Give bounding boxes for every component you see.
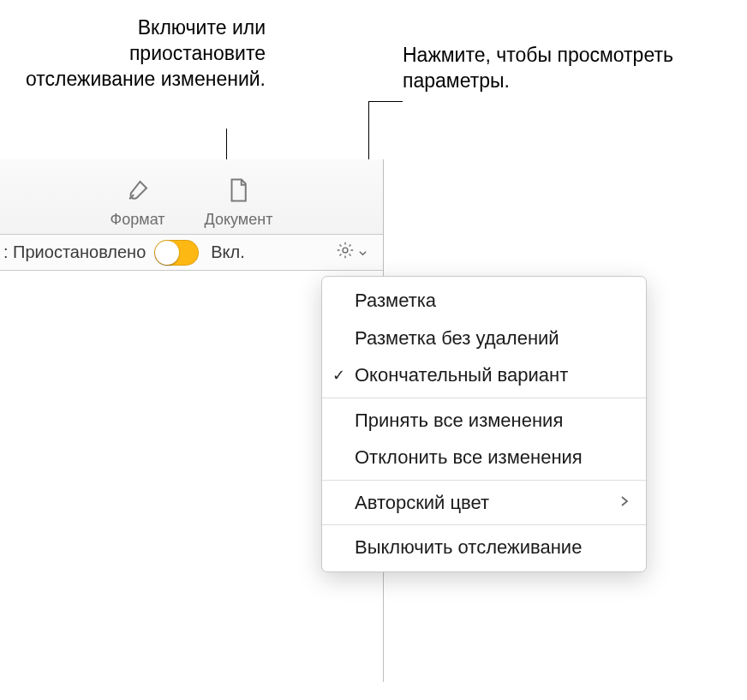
menu-item-label: Выключить отслеживание bbox=[355, 535, 582, 559]
gear-icon bbox=[336, 241, 355, 264]
menu-item-label: Окончательный вариант bbox=[355, 363, 568, 387]
menu-item-turn-off-tracking[interactable]: Выключить отслеживание bbox=[322, 529, 646, 566]
chevron-down-icon bbox=[358, 242, 368, 262]
track-status-label: : Приостановлено bbox=[0, 242, 146, 262]
format-tab[interactable]: Формат bbox=[111, 177, 165, 229]
document-label: Документ bbox=[205, 211, 273, 229]
menu-item-reject-all[interactable]: Отклонить все изменения bbox=[322, 439, 646, 476]
menu-item-final[interactable]: ✓ Окончательный вариант bbox=[322, 356, 646, 394]
inspector-toolbar: Формат Документ bbox=[0, 159, 383, 235]
menu-item-label: Авторский цвет bbox=[355, 491, 489, 515]
callout-options: Нажмите, чтобы просмотреть параметры. bbox=[403, 43, 720, 94]
track-changes-toggle[interactable] bbox=[154, 240, 199, 266]
chevron-right-icon bbox=[620, 493, 629, 512]
callout-track-changes: Включите или приостановите отслеживание … bbox=[0, 15, 266, 93]
menu-item-label: Отклонить все изменения bbox=[355, 446, 583, 470]
menu-item-label: Разметка bbox=[355, 289, 436, 313]
menu-separator bbox=[322, 480, 646, 481]
callout-leader-line bbox=[368, 101, 403, 102]
svg-point-0 bbox=[343, 248, 348, 253]
toggle-on-label: Вкл. bbox=[211, 242, 245, 262]
track-changes-bar: : Приостановлено Вкл. bbox=[0, 235, 383, 271]
menu-item-markup[interactable]: Разметка bbox=[322, 282, 646, 320]
toggle-knob bbox=[155, 241, 179, 265]
track-changes-options-menu: Разметка Разметка без удалений ✓ Окончат… bbox=[321, 276, 647, 572]
menu-separator bbox=[322, 524, 646, 525]
track-changes-options-button[interactable] bbox=[329, 239, 374, 266]
checkmark-icon: ✓ bbox=[332, 366, 345, 386]
document-icon bbox=[225, 177, 251, 207]
menu-item-markup-no-deletions[interactable]: Разметка без удалений bbox=[322, 320, 646, 357]
brush-icon bbox=[125, 177, 151, 207]
menu-item-label: Принять все изменения bbox=[355, 409, 563, 433]
format-label: Формат bbox=[111, 211, 165, 229]
menu-item-label: Разметка без удалений bbox=[355, 326, 559, 350]
menu-item-accept-all[interactable]: Принять все изменения bbox=[322, 402, 646, 440]
document-tab[interactable]: Документ bbox=[205, 177, 273, 229]
menu-separator bbox=[322, 398, 646, 398]
menu-item-author-color[interactable]: Авторский цвет bbox=[322, 484, 646, 522]
